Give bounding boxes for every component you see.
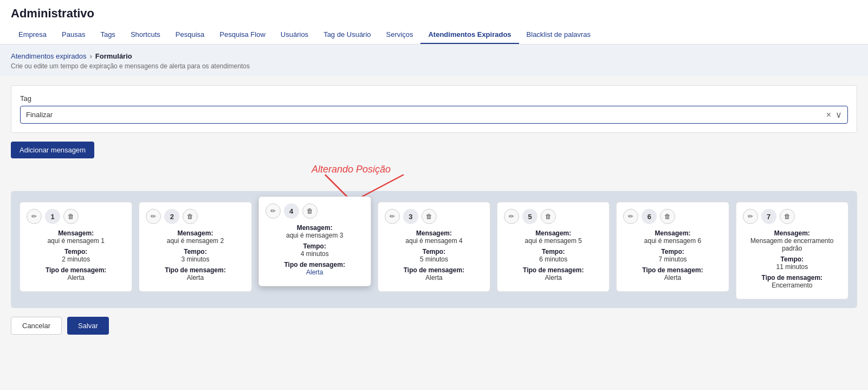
tempo-value: 7 minutos	[623, 255, 722, 263]
tag-section: Tag Finalizar × ∨	[11, 85, 857, 133]
cards-area: Alterando Posição ✏ 1 🗑 Mensagem: aqui é…	[11, 191, 857, 308]
edit-icon[interactable]: ✏	[146, 209, 161, 224]
tag-label: Tag	[20, 94, 848, 103]
nav-tab-tag-usuario[interactable]: Tag de Usuário	[316, 26, 378, 44]
message-value: Mensagem de encerramento padrão	[743, 237, 841, 252]
card-number: 4	[284, 203, 299, 219]
edit-icon[interactable]: ✏	[623, 209, 638, 224]
tipo-value: Alerta	[146, 274, 244, 282]
cancel-button[interactable]: Cancelar	[11, 317, 62, 335]
tempo-label: Tempo:	[265, 242, 364, 250]
message-value: aqui é mensagem 3	[265, 232, 364, 239]
card-7: ✏ 7 🗑 Mensagem: Mensagem de encerramento…	[736, 202, 848, 299]
delete-icon[interactable]: 🗑	[780, 209, 795, 224]
message-value: aqui é mensagem 5	[504, 237, 603, 245]
delete-icon[interactable]: 🗑	[541, 209, 556, 224]
tipo-value: Alerta	[27, 274, 125, 282]
tag-select-value: Finalizar	[26, 111, 826, 119]
card-header: ✏ 4 🗑	[265, 203, 364, 219]
message-label: Mensagem:	[265, 224, 364, 232]
clear-icon[interactable]: ×	[826, 110, 831, 120]
card-number: 5	[522, 209, 537, 224]
tempo-label: Tempo:	[623, 248, 722, 255]
edit-icon[interactable]: ✏	[743, 209, 758, 224]
edit-icon[interactable]: ✏	[385, 209, 400, 224]
nav-tab-servicos[interactable]: Serviços	[379, 26, 421, 44]
breadcrumb-current: Formulário	[95, 52, 132, 60]
edit-icon[interactable]: ✏	[27, 209, 42, 224]
message-value: aqui é mensagem 1	[27, 237, 125, 245]
card-number: 7	[761, 209, 776, 224]
nav-tabs: EmpresaPausasTagsShortcutsPesquisaPesqui…	[11, 26, 857, 44]
message-label: Mensagem:	[146, 229, 244, 237]
card-5: ✏ 5 🗑 Mensagem: aqui é mensagem 5 Tempo:…	[497, 202, 610, 292]
tipo-value: Alerta	[385, 274, 483, 282]
tempo-label: Tempo:	[385, 248, 483, 255]
delete-icon[interactable]: 🗑	[660, 209, 675, 224]
delete-icon[interactable]: 🗑	[422, 209, 437, 224]
card-3: ✏ 3 🗑 Mensagem: aqui é mensagem 4 Tempo:…	[378, 202, 490, 292]
page-wrapper: Administrativo EmpresaPausasTagsShortcut…	[0, 0, 868, 346]
nav-tab-empresa[interactable]: Empresa	[11, 26, 54, 44]
nav-tab-tags[interactable]: Tags	[93, 26, 122, 44]
tag-select-actions: × ∨	[826, 110, 842, 120]
tipo-label: Tipo de mensagem:	[385, 266, 483, 274]
chevron-down-icon[interactable]: ∨	[835, 110, 842, 120]
breadcrumb-parent[interactable]: Atendimentos expirados	[11, 52, 86, 60]
message-label: Mensagem:	[27, 229, 125, 237]
delete-icon[interactable]: 🗑	[302, 203, 318, 219]
tag-select[interactable]: Finalizar × ∨	[20, 106, 848, 124]
card-6: ✏ 6 🗑 Mensagem: aqui é mensagem 6 Tempo:…	[616, 202, 729, 292]
delete-icon[interactable]: 🗑	[183, 209, 198, 224]
tipo-value: Encerramento	[743, 282, 841, 289]
tipo-label: Tipo de mensagem:	[265, 261, 364, 268]
tempo-value: 3 minutos	[146, 255, 244, 263]
card-header: ✏ 5 🗑	[504, 209, 603, 224]
nav-tab-pesquisa-flow[interactable]: Pesquisa Flow	[212, 26, 273, 44]
save-button[interactable]: Salvar	[67, 317, 109, 335]
card-number: 2	[164, 209, 179, 224]
bottom-buttons: Cancelar Salvar	[11, 317, 857, 335]
card-header: ✏ 2 🗑	[146, 209, 244, 224]
page-title: Administrativo	[11, 7, 857, 21]
tipo-label: Tipo de mensagem:	[27, 266, 125, 274]
tempo-label: Tempo:	[146, 248, 244, 255]
edit-icon[interactable]: ✏	[265, 203, 281, 219]
card-2: ✏ 2 🗑 Mensagem: aqui é mensagem 2 Tempo:…	[139, 202, 251, 292]
edit-icon[interactable]: ✏	[504, 209, 519, 224]
card-number: 3	[403, 209, 418, 224]
nav-tab-shortcuts[interactable]: Shortcuts	[123, 26, 168, 44]
tipo-label: Tipo de mensagem:	[146, 266, 244, 274]
nav-tab-pausas[interactable]: Pausas	[54, 26, 93, 44]
message-label: Mensagem:	[623, 229, 722, 237]
tipo-value: Alerta	[623, 274, 722, 282]
main-content: Tag Finalizar × ∨ Adicionar mensagem Alt…	[0, 85, 868, 346]
page-header: Administrativo EmpresaPausasTagsShortcut…	[0, 0, 868, 44]
nav-tab-pesquisa[interactable]: Pesquisa	[168, 26, 212, 44]
nav-tab-blacklist[interactable]: Blacklist de palavras	[519, 26, 599, 44]
tempo-value: 11 minutos	[743, 263, 841, 271]
tipo-value: Alerta	[504, 274, 603, 282]
card-header: ✏ 6 🗑	[623, 209, 722, 224]
message-value: aqui é mensagem 6	[623, 237, 722, 245]
card-header: ✏ 3 🗑	[385, 209, 483, 224]
cards-row: ✏ 1 🗑 Mensagem: aqui é mensagem 1 Tempo:…	[20, 202, 848, 299]
message-label: Mensagem:	[504, 229, 603, 237]
card-number: 6	[642, 209, 657, 224]
breadcrumb-description: Crie ou edite um tempo de expiração e me…	[11, 62, 857, 70]
card-4: ✏ 4 🗑 Mensagem: aqui é mensagem 3 Tempo:…	[258, 196, 371, 286]
tipo-value: Alerta	[265, 268, 364, 276]
nav-tab-atendimentos-expirados[interactable]: Atendimentos Expirados	[420, 26, 519, 44]
svg-text:Alterando Posição: Alterando Posição	[311, 164, 391, 175]
tipo-label: Tipo de mensagem:	[504, 266, 603, 274]
breadcrumb-area: Atendimentos expirados › Formulário Crie…	[0, 44, 868, 76]
card-number: 1	[45, 209, 60, 224]
tipo-label: Tipo de mensagem:	[623, 266, 722, 274]
delete-icon[interactable]: 🗑	[63, 209, 79, 224]
add-message-button[interactable]: Adicionar mensagem	[11, 142, 94, 158]
card-header: ✏ 1 🗑	[27, 209, 125, 224]
message-value: aqui é mensagem 4	[385, 237, 483, 245]
nav-tab-usuarios[interactable]: Usuários	[273, 26, 316, 44]
breadcrumb-separator: ›	[89, 52, 92, 60]
tempo-label: Tempo:	[743, 255, 841, 263]
